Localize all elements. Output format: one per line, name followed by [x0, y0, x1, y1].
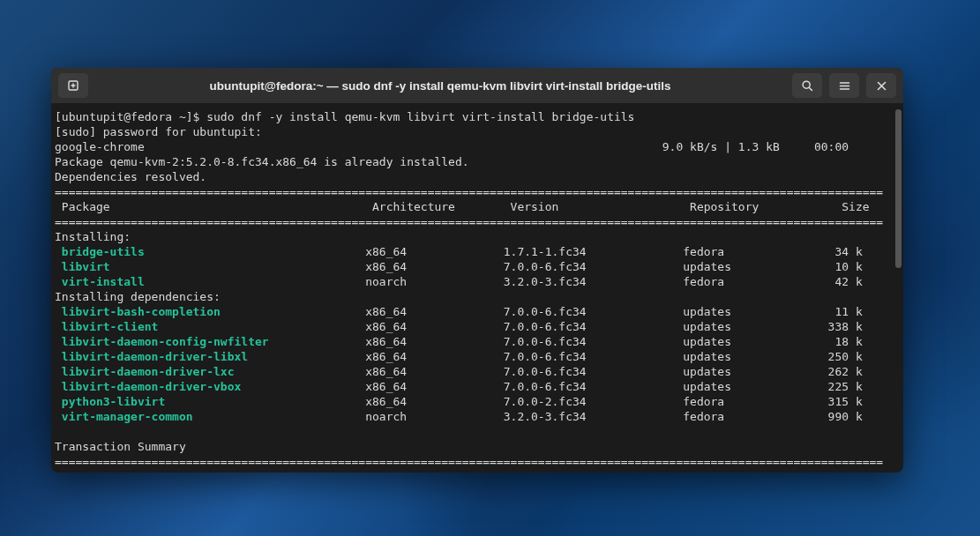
scrollbar-thumb[interactable]: [895, 109, 901, 268]
new-tab-button[interactable]: [58, 73, 88, 98]
close-icon: [876, 80, 887, 92]
search-button[interactable]: [792, 73, 822, 98]
new-tab-icon: [67, 79, 80, 93]
search-icon: [801, 79, 814, 93]
hamburger-icon: [838, 79, 851, 93]
terminal-viewport[interactable]: [ubuntupit@fedora ~]$ sudo dnf -y instal…: [51, 104, 903, 473]
close-button[interactable]: [866, 73, 896, 98]
terminal-window: ubuntupit@fedora:~ — sudo dnf -y install…: [51, 68, 903, 473]
window-title: ubuntupit@fedora:~ — sudo dnf -y install…: [95, 79, 785, 93]
menu-button[interactable]: [829, 73, 859, 98]
terminal-content: [ubuntupit@fedora ~]$ sudo dnf -y instal…: [51, 104, 903, 473]
titlebar: ubuntupit@fedora:~ — sudo dnf -y install…: [51, 68, 903, 104]
